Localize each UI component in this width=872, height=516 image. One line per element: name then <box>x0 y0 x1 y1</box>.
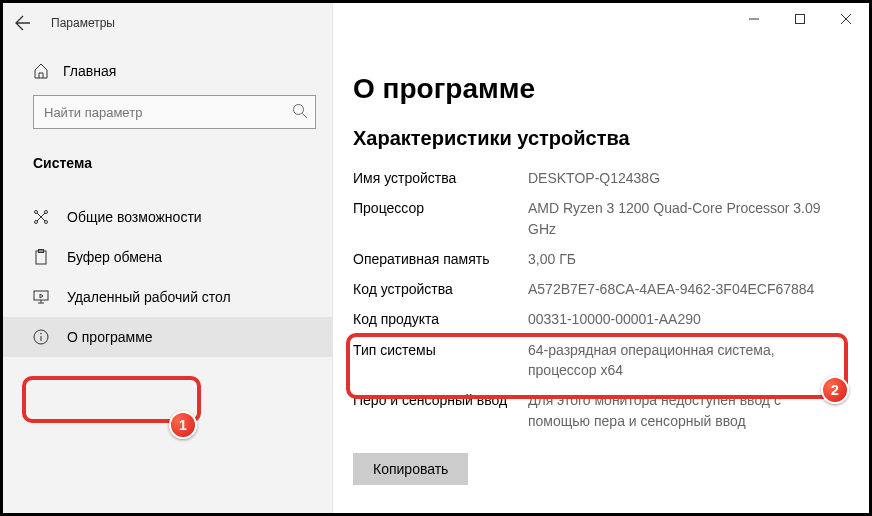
spec-label: Имя устройства <box>353 168 528 188</box>
svg-rect-1 <box>796 15 805 24</box>
svg-point-17 <box>40 333 42 335</box>
spec-label: Процессор <box>353 198 528 239</box>
sidebar-item-label: Общие возможности <box>67 209 202 225</box>
spec-label: Код продукта <box>353 309 528 329</box>
spec-value: 64-разрядная операционная система, проце… <box>528 340 841 381</box>
svg-rect-12 <box>34 291 48 300</box>
section-heading: Характеристики устройства <box>353 127 841 150</box>
spec-label: Оперативная память <box>353 249 528 269</box>
minimize-icon <box>749 14 759 24</box>
spec-label: Тип системы <box>353 340 528 381</box>
callout-badge-1: 1 <box>169 411 197 439</box>
close-button[interactable] <box>823 3 869 35</box>
svg-line-5 <box>303 114 308 119</box>
clipboard-icon <box>33 249 49 265</box>
spec-label: Код устройства <box>353 279 528 299</box>
search-icon <box>292 103 308 119</box>
sidebar-item-remote[interactable]: Удаленный рабочий стол <box>3 277 332 317</box>
sidebar-item-label: Удаленный рабочий стол <box>67 289 231 305</box>
shared-icon <box>33 209 49 225</box>
spec-row-systype: Тип системы 64-разрядная операционная си… <box>353 340 841 381</box>
spec-label: Перо и сенсорный ввод <box>353 390 528 431</box>
spec-row-deviceid: Код устройства A572B7E7-68CA-4AEA-9462-3… <box>353 279 841 299</box>
close-icon <box>841 14 851 24</box>
spec-row-ram: Оперативная память 3,00 ГБ <box>353 249 841 269</box>
section-title: Система <box>3 141 332 187</box>
sidebar: Главная Система Общие возможности Буфер … <box>3 3 333 513</box>
sidebar-item-about[interactable]: О программе <box>3 317 332 357</box>
spec-value: A572B7E7-68CA-4AEA-9462-3F04ECF67884 <box>528 279 841 299</box>
spec-row-productid: Код продукта 00331-10000-00001-AA290 <box>353 309 841 329</box>
sidebar-item-label: О программе <box>67 329 153 345</box>
home-label: Главная <box>63 63 116 79</box>
spec-value: DESKTOP-Q12438G <box>528 168 841 188</box>
sidebar-item-label: Буфер обмена <box>67 249 162 265</box>
page-title: О программе <box>353 73 841 105</box>
window-title: Параметры <box>43 16 115 30</box>
search-input[interactable] <box>33 95 316 129</box>
spec-value: Для этого монитора недоступен ввод с пом… <box>528 390 841 431</box>
spec-row-device: Имя устройства DESKTOP-Q12438G <box>353 168 841 188</box>
spec-row-pen: Перо и сенсорный ввод Для этого монитора… <box>353 390 841 431</box>
back-button[interactable] <box>3 3 43 43</box>
sidebar-item-clipboard[interactable]: Буфер обмена <box>3 237 332 277</box>
search-box[interactable] <box>33 95 316 129</box>
spec-value: AMD Ryzen 3 1200 Quad-Core Processor 3.0… <box>528 198 841 239</box>
spec-row-cpu: Процессор AMD Ryzen 3 1200 Quad-Core Pro… <box>353 198 841 239</box>
spec-value: 3,00 ГБ <box>528 249 841 269</box>
maximize-icon <box>795 14 805 24</box>
home-button[interactable]: Главная <box>3 53 332 89</box>
back-arrow-icon <box>15 15 31 31</box>
home-icon <box>33 63 49 79</box>
callout-badge-2: 2 <box>821 376 849 404</box>
remote-icon <box>33 289 49 305</box>
svg-point-4 <box>294 105 304 115</box>
maximize-button[interactable] <box>777 3 823 35</box>
spec-value: 00331-10000-00001-AA290 <box>528 309 841 329</box>
minimize-button[interactable] <box>731 3 777 35</box>
copy-button[interactable]: Копировать <box>353 453 468 485</box>
sidebar-item-shared[interactable]: Общие возможности <box>3 197 332 237</box>
info-icon <box>33 329 49 345</box>
main-panel: О программе Характеристики устройства Им… <box>333 3 869 513</box>
